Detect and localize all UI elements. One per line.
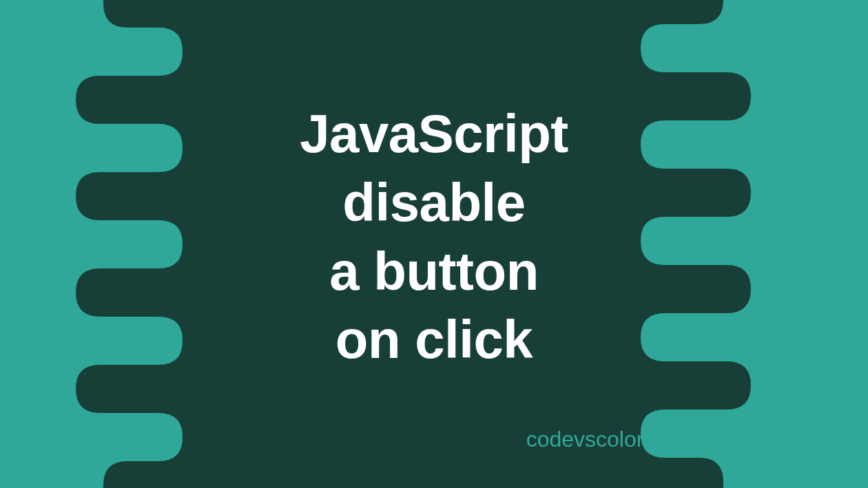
watermark-text: codevscolor.com xyxy=(526,427,690,452)
title-line-2: disable xyxy=(0,169,868,237)
title-line-1: JavaScript xyxy=(0,100,868,169)
title-line-3: a button xyxy=(0,237,868,306)
title-line-4: on click xyxy=(0,306,868,374)
main-title: JavaScript disable a button on click xyxy=(0,100,868,374)
